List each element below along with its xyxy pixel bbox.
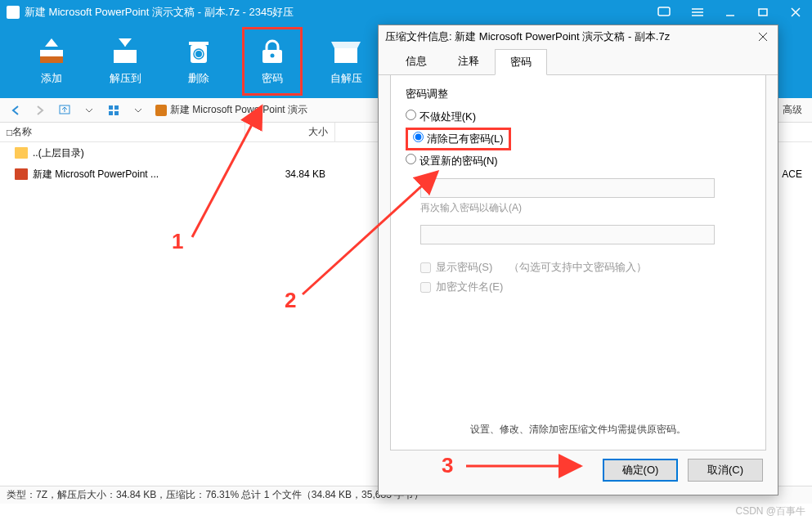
file-name: 新建 Microsoft PowerPoint ... <box>33 168 242 182</box>
nav-up[interactable] <box>54 101 75 119</box>
svg-rect-5 <box>759 9 767 16</box>
tab-comment[interactable]: 注释 <box>442 48 495 74</box>
radio-clear[interactable]: 清除已有密码(L) <box>406 128 511 150</box>
file-info-dialog: 压缩文件信息: 新建 Microsoft PowerPoint 演示文稿 - 副… <box>378 25 778 495</box>
dialog-close-button[interactable] <box>755 29 771 45</box>
annotation-2: 2 <box>285 288 296 313</box>
radio-none[interactable]: 不做处理(K) <box>406 106 751 128</box>
password-fields: 再次输入密码以确认(A) 显示密码(S) （勾选可支持中文密码输入） 加密文件名… <box>420 178 751 294</box>
svg-rect-23 <box>114 105 119 110</box>
extract-label: 解压到 <box>110 71 141 86</box>
annotation-3: 3 <box>442 453 453 478</box>
delete-label: 删除 <box>188 71 209 86</box>
svg-rect-9 <box>40 56 63 63</box>
chat-icon[interactable] <box>648 0 681 25</box>
box-icon <box>328 37 364 66</box>
svg-rect-15 <box>189 42 209 45</box>
lock-icon <box>254 37 290 66</box>
svg-rect-22 <box>109 105 113 110</box>
cancel-button[interactable]: 取消(C) <box>688 459 763 482</box>
file-type-suffix: ACE <box>782 168 812 180</box>
col-name[interactable]: □ 名称 <box>0 123 245 141</box>
file-size: 34.84 KB <box>242 168 332 180</box>
maximize-button[interactable] <box>747 0 779 25</box>
folder-icon <box>15 147 28 159</box>
add-label: 添加 <box>41 71 62 86</box>
show-password-hint: （勾选可支持中文密码输入） <box>509 260 647 275</box>
extract-button[interactable]: 解压到 <box>88 25 162 98</box>
status-text: 类型：7Z，解压后大小：34.84 KB，压缩比：76.31% 总计 1 个文件… <box>7 488 424 502</box>
svg-rect-11 <box>114 50 137 63</box>
selfextract-button[interactable]: 自解压 <box>309 25 383 98</box>
add-button[interactable]: 添加 <box>15 25 88 98</box>
svg-rect-19 <box>334 48 357 63</box>
radio-clear-input[interactable] <box>413 132 424 142</box>
delete-button[interactable]: 删除 <box>162 25 236 98</box>
password-button[interactable]: 密码 <box>242 27 303 96</box>
tab-info[interactable]: 信息 <box>390 48 442 74</box>
svg-marker-10 <box>45 38 58 47</box>
parent-dir-label: ..(上层目录) <box>33 146 242 160</box>
show-password-label: 显示密码(S) <box>436 260 492 275</box>
svg-rect-24 <box>109 111 113 115</box>
dialog-title: 压缩文件信息: 新建 Microsoft PowerPoint 演示文稿 - 副… <box>385 29 670 44</box>
extract-icon <box>107 37 143 66</box>
radio-group: 不做处理(K) 清除已有密码(L) 设置新的密码(N) <box>406 106 751 172</box>
archive-icon <box>155 105 167 116</box>
minimize-button[interactable] <box>714 0 747 25</box>
window-title: 新建 Microsoft PowerPoint 演示文稿 - 副本.7z - 2… <box>25 5 648 20</box>
address-path[interactable]: 新建 Microsoft PowerPoint 演示 <box>155 103 307 117</box>
view-dropdown[interactable] <box>128 101 149 119</box>
topics-icon[interactable] <box>681 0 714 25</box>
ppt-icon <box>15 168 28 180</box>
fieldset-label: 密码调整 <box>406 87 751 101</box>
radio-set[interactable]: 设置新的密码(N) <box>406 150 751 172</box>
watermark: CSDN @百事牛 <box>735 504 805 518</box>
show-password-checkbox <box>420 262 431 273</box>
encrypt-filename-label: 加密文件名(E) <box>436 280 503 294</box>
password-input <box>420 178 715 198</box>
nav-dropdown[interactable] <box>79 101 100 119</box>
radio-none-input[interactable] <box>406 110 416 120</box>
titlebar: 新建 Microsoft PowerPoint 演示文稿 - 副本.7z - 2… <box>0 0 812 25</box>
hint-text: 设置、修改、清除加密压缩文件均需提供原密码。 <box>391 423 765 437</box>
ok-button[interactable]: 确定(O) <box>603 459 678 482</box>
svg-point-18 <box>271 54 275 58</box>
svg-rect-0 <box>658 7 670 16</box>
view-mode[interactable] <box>103 101 124 119</box>
app-icon <box>7 6 20 19</box>
password-confirm-input <box>420 225 715 244</box>
add-icon <box>34 37 70 66</box>
radio-set-input[interactable] <box>406 154 416 164</box>
password-panel: 密码调整 不做处理(K) 清除已有密码(L) 设置新的密码(N) 再次输入密码以… <box>390 75 766 451</box>
dialog-titlebar: 压缩文件信息: 新建 Microsoft PowerPoint 演示文稿 - 副… <box>379 25 778 48</box>
encrypt-filename-checkbox <box>420 282 431 293</box>
svg-rect-25 <box>114 111 119 115</box>
trash-icon <box>181 37 217 66</box>
svg-marker-20 <box>331 42 361 48</box>
col-size[interactable]: 大小 <box>245 123 335 141</box>
svg-point-16 <box>195 51 202 57</box>
address-text: 新建 Microsoft PowerPoint 演示 <box>170 103 307 117</box>
confirm-label: 再次输入密码以确认(A) <box>420 201 751 215</box>
password-label: 密码 <box>262 71 283 86</box>
tab-password[interactable]: 密码 <box>495 49 547 75</box>
annotation-1: 1 <box>172 229 183 254</box>
advanced-link[interactable]: 高级 <box>783 103 807 117</box>
dialog-tabs: 信息 注释 密码 <box>379 48 778 75</box>
dialog-buttons: 确定(O) 取消(C) <box>379 459 778 495</box>
nav-forward[interactable] <box>29 101 51 119</box>
nav-back[interactable] <box>5 101 26 119</box>
close-button[interactable] <box>779 0 812 25</box>
selfextract-label: 自解压 <box>330 71 362 86</box>
